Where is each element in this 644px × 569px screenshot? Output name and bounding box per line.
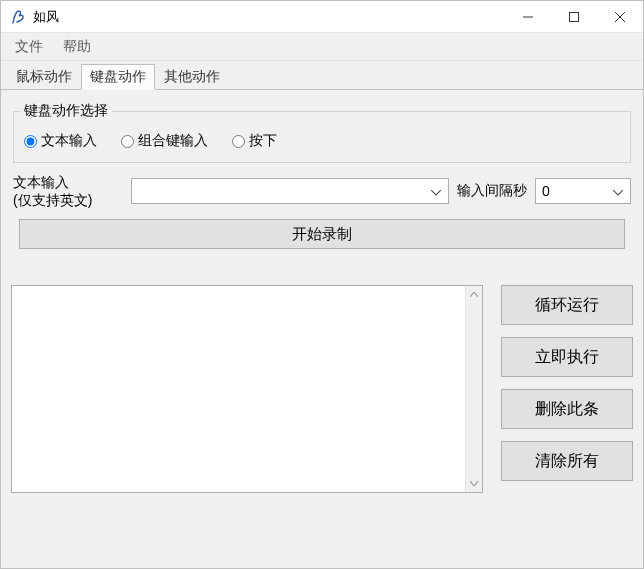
clear-all-button[interactable]: 清除所有 bbox=[501, 441, 633, 481]
close-button[interactable] bbox=[597, 1, 643, 32]
interval-combo[interactable]: 0 bbox=[535, 178, 631, 204]
side-button-panel: 循环运行 立即执行 删除此条 清除所有 bbox=[501, 285, 633, 558]
keyboard-action-group: 键盘动作选择 文本输入 组合键输入 按下 bbox=[13, 102, 631, 163]
tab-panel-keyboard: 键盘动作选择 文本输入 组合键输入 按下 文本输入 (仅支持 bbox=[1, 89, 643, 261]
start-recording-label: 开始录制 bbox=[292, 225, 352, 244]
run-now-label: 立即执行 bbox=[535, 347, 599, 368]
app-window: 如风 文件 帮助 鼠标动作 键盘动作 其他动作 键盘动作选择 bbox=[0, 0, 644, 569]
text-input-label-line2: (仅支持英文) bbox=[13, 192, 92, 208]
text-input-row: 文本输入 (仅支持英文) 输入间隔秒 0 bbox=[13, 173, 631, 209]
chevron-down-icon bbox=[610, 183, 626, 199]
tab-other-actions[interactable]: 其他动作 bbox=[155, 64, 229, 90]
run-now-button[interactable]: 立即执行 bbox=[501, 337, 633, 377]
app-icon bbox=[9, 8, 27, 26]
menu-file[interactable]: 文件 bbox=[11, 36, 47, 58]
listbox-scrollbar[interactable] bbox=[465, 286, 482, 492]
clear-all-label: 清除所有 bbox=[535, 451, 599, 472]
interval-label: 输入间隔秒 bbox=[457, 182, 527, 200]
group-legend: 键盘动作选择 bbox=[20, 102, 112, 120]
radio-press-control[interactable] bbox=[232, 135, 245, 148]
loop-run-button[interactable]: 循环运行 bbox=[501, 285, 633, 325]
chevron-down-icon bbox=[428, 183, 444, 199]
tab-strip: 鼠标动作 键盘动作 其他动作 bbox=[1, 61, 643, 89]
radio-combo-keys-label: 组合键输入 bbox=[138, 132, 208, 150]
menu-help[interactable]: 帮助 bbox=[59, 36, 95, 58]
minimize-button[interactable] bbox=[505, 1, 551, 32]
maximize-button[interactable] bbox=[551, 1, 597, 32]
delete-item-label: 删除此条 bbox=[535, 399, 599, 420]
start-recording-button[interactable]: 开始录制 bbox=[19, 219, 625, 249]
radio-press[interactable]: 按下 bbox=[232, 132, 277, 150]
radio-text-input-control[interactable] bbox=[24, 135, 37, 148]
window-title: 如风 bbox=[33, 8, 505, 26]
text-input-label-line1: 文本输入 bbox=[13, 174, 69, 190]
interval-value: 0 bbox=[542, 183, 610, 199]
scroll-down-icon[interactable] bbox=[466, 475, 482, 492]
radio-combo-keys-control[interactable] bbox=[121, 135, 134, 148]
radio-text-input[interactable]: 文本输入 bbox=[24, 132, 97, 150]
scrollbar-track[interactable] bbox=[466, 303, 482, 475]
text-input-label: 文本输入 (仅支持英文) bbox=[13, 173, 123, 209]
radio-combo-keys[interactable]: 组合键输入 bbox=[121, 132, 208, 150]
action-listbox[interactable] bbox=[11, 285, 483, 493]
tab-keyboard-actions[interactable]: 键盘动作 bbox=[81, 64, 155, 90]
radio-row: 文本输入 组合键输入 按下 bbox=[24, 132, 620, 150]
text-input-combo[interactable] bbox=[131, 178, 449, 204]
delete-item-button[interactable]: 删除此条 bbox=[501, 389, 633, 429]
radio-text-input-label: 文本输入 bbox=[41, 132, 97, 150]
menu-bar: 文件 帮助 bbox=[1, 33, 643, 61]
svg-rect-1 bbox=[570, 12, 579, 21]
loop-run-label: 循环运行 bbox=[535, 295, 599, 316]
lower-area: 循环运行 立即执行 删除此条 清除所有 bbox=[1, 261, 643, 568]
scroll-up-icon[interactable] bbox=[466, 286, 482, 303]
title-bar: 如风 bbox=[1, 1, 643, 33]
action-list-area bbox=[11, 285, 483, 558]
window-controls bbox=[505, 1, 643, 32]
tab-mouse-actions[interactable]: 鼠标动作 bbox=[7, 64, 81, 90]
radio-press-label: 按下 bbox=[249, 132, 277, 150]
